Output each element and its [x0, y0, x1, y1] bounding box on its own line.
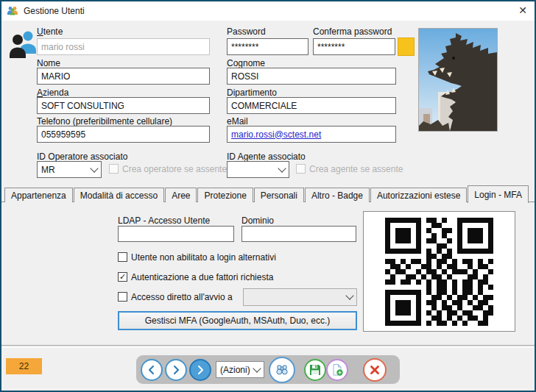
password-field[interactable]: ******** [227, 38, 308, 55]
accesso-diretto-combo[interactable] [243, 288, 357, 306]
app-users-icon [7, 6, 18, 16]
godzilla-photo-graphic [419, 29, 497, 131]
close-icon[interactable]: ✕ [518, 4, 527, 16]
crea-agente-checkbox[interactable]: Crea agente se assente [296, 164, 403, 174]
nome-label: Nome [37, 58, 60, 68]
nome-field[interactable]: MARIO [37, 68, 210, 85]
save-button[interactable] [304, 359, 326, 381]
email-field[interactable]: mario.rossi@sctest.net [227, 126, 396, 143]
dipartimento-field[interactable]: COMMERCIALE [227, 97, 396, 114]
search-button[interactable] [269, 357, 295, 383]
save-floppy-icon [308, 363, 322, 377]
mfa-qr-code [385, 218, 493, 326]
azioni-combo[interactable]: (Azioni) [216, 361, 264, 378]
previous-record-button[interactable] [141, 359, 163, 381]
chevron-down-icon [345, 291, 353, 299]
crea-operatore-checkbox[interactable]: Crea operatore se assente [109, 164, 227, 174]
dominio-field[interactable] [241, 226, 356, 242]
checkbox-box[interactable] [118, 292, 127, 302]
new-record-button[interactable] [326, 359, 348, 381]
gestisci-mfa-button[interactable]: Gestisci MFA (GoogleAuth, MSAuth, Duo, e… [118, 311, 357, 330]
azienda-field[interactable]: SOFT CONSULTING [37, 97, 210, 114]
cognome-label: Cognome [227, 58, 265, 68]
dipartimento-label: Dipartimento [227, 88, 277, 98]
email-label: eMail [227, 116, 248, 126]
utente-label: Utente [37, 26, 63, 37]
binoculars-icon [275, 363, 289, 377]
chevron-down-icon [90, 164, 98, 172]
utente-field[interactable]: mario rossi [37, 38, 210, 55]
cancel-button[interactable] [363, 358, 387, 382]
chevron-right-icon [196, 365, 205, 375]
bottom-separator [1, 345, 535, 348]
record-count-badge: 22 [6, 358, 42, 374]
password-status-square[interactable] [398, 38, 415, 56]
crea-agente-label: Crea agente se assente [309, 164, 403, 174]
id-operatore-combo[interactable]: MR [37, 161, 102, 178]
next-record-button[interactable] [165, 359, 187, 381]
due-fattori-checkbox[interactable]: ✓ Autenticazione a due fattori richiesta [118, 272, 273, 282]
tab-personali[interactable]: Personali [254, 188, 304, 202]
go-to-record-button[interactable] [189, 359, 211, 381]
crea-operatore-label: Crea operatore se assente [122, 164, 227, 174]
conferma-password-field[interactable]: ******** [313, 38, 395, 55]
login-alternativi-label: Utente non abilitato a login alternativi [131, 252, 276, 263]
checkbox-box[interactable] [109, 164, 119, 174]
chevron-down-icon [278, 164, 286, 172]
tab-strip: Appartenenza Modalità di accesso Aree Pr… [4, 185, 529, 202]
tab-appartenenza[interactable]: Appartenenza [4, 188, 73, 202]
bottom-toolbar: (Azioni) [136, 355, 400, 384]
titlebar: Gestione Utenti ✕ [1, 1, 535, 21]
cancel-x-icon [369, 364, 381, 376]
chevron-right-icon [172, 365, 180, 375]
id-agente-label: ID Agente associato [227, 152, 306, 162]
tab-login-mfa[interactable]: Login - MFA [468, 185, 529, 203]
checkbox-box[interactable]: ✓ [118, 272, 127, 282]
id-operatore-value: MR [41, 165, 55, 175]
tab-protezione[interactable]: Protezione [197, 188, 253, 202]
conferma-password-label: Conferma password [313, 26, 392, 37]
id-operatore-label: ID Operatore associato [37, 152, 127, 162]
azioni-combo-value: (Azioni) [220, 365, 250, 375]
ldap-field[interactable] [118, 226, 234, 242]
window-title: Gestione Utenti [24, 6, 85, 16]
chevron-left-icon [147, 365, 156, 375]
tab-modalita-di-accesso[interactable]: Modalità di accesso [74, 188, 164, 202]
accesso-diretto-checkbox[interactable]: Accesso diretto all'avvio a [118, 292, 233, 302]
accesso-diretto-label: Accesso diretto all'avvio a [131, 292, 233, 302]
telefono-field[interactable]: 055959595 [37, 126, 210, 143]
telefono-label: Telefono (preferibilmente cellulare) [37, 116, 172, 126]
tab-altro-badge[interactable]: Altro - Badge [305, 188, 370, 202]
mfa-qr-box [363, 211, 515, 332]
chevron-down-icon [253, 364, 261, 372]
checkbox-box[interactable] [296, 164, 306, 174]
tab-aree[interactable]: Aree [165, 188, 197, 202]
user-photo-godzilla [418, 28, 498, 132]
password-label: Password [227, 26, 266, 37]
due-fattori-label: Autenticazione a due fattori richiesta [131, 272, 273, 282]
cognome-field[interactable]: ROSSI [227, 68, 396, 85]
checkbox-box[interactable] [118, 252, 127, 262]
dominio-label: Dominio [241, 215, 274, 226]
gestione-utenti-window: Gestione Utenti ✕ Utente mario rossi Pas… [0, 0, 536, 392]
users-icon [9, 29, 37, 60]
tab-autorizzazioni-estese[interactable]: Autorizzazioni estese [370, 188, 467, 202]
id-agente-combo[interactable] [227, 161, 289, 178]
new-document-icon [331, 363, 344, 377]
azienda-label: Azienda [37, 88, 68, 98]
ldap-label: LDAP - Accesso Utente [118, 215, 210, 226]
login-alternativi-checkbox[interactable]: Utente non abilitato a login alternativi [118, 252, 276, 263]
